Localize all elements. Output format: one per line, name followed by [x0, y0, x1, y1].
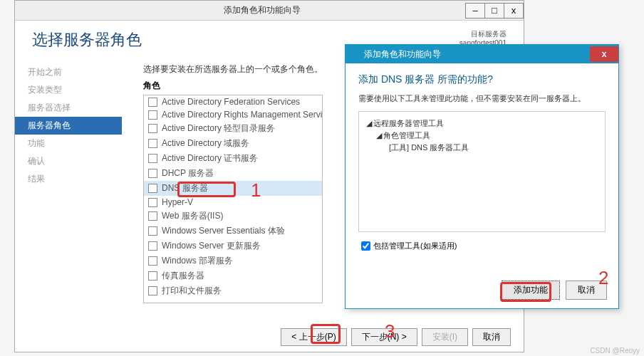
- install-button[interactable]: 安装(I): [422, 328, 468, 346]
- checkbox-icon[interactable]: [148, 241, 157, 251]
- nav-item[interactable]: 功能: [15, 135, 122, 152]
- watermark: CSDN @Reoyy: [590, 347, 640, 355]
- wizard-footer: < 上一步(P) 下一步(N) > 安装(I) 取消: [281, 328, 511, 346]
- dialog-question: 添加 DNS 服务器 所需的功能?: [358, 73, 606, 86]
- roles-listbox[interactable]: Active Directory Federation ServicesActi…: [143, 95, 323, 303]
- role-item[interactable]: Active Directory Rights Management Servi…: [144, 108, 322, 121]
- role-item[interactable]: Windows 部署服务: [144, 253, 322, 268]
- cancel-button[interactable]: 取消: [472, 328, 511, 346]
- nav-item[interactable]: 开始之前: [15, 63, 122, 81]
- next-button[interactable]: 下一步(N) >: [351, 328, 417, 346]
- checkbox-icon[interactable]: [148, 256, 157, 266]
- dialog-cancel-button[interactable]: 取消: [566, 281, 607, 300]
- role-item[interactable]: Active Directory Federation Services: [144, 95, 322, 108]
- checkbox-icon[interactable]: [148, 198, 157, 207]
- features-tree[interactable]: ◢远程服务器管理工具 ◢角色管理工具 [工具] DNS 服务器工具: [358, 111, 606, 232]
- checkbox-icon[interactable]: [148, 286, 157, 295]
- maximize-button[interactable]: □: [484, 3, 504, 19]
- wizard-nav: 开始之前安装类型服务器选择服务器角色功能确认结果: [15, 56, 122, 327]
- checkbox-icon[interactable]: [148, 98, 157, 107]
- minimize-button[interactable]: –: [465, 3, 485, 19]
- tree-item: ◢角色管理工具: [366, 130, 598, 142]
- tree-item: [工具] DNS 服务器工具: [366, 142, 598, 154]
- role-item[interactable]: Active Directory 轻型目录服务: [144, 121, 322, 136]
- nav-item[interactable]: 结果: [15, 170, 122, 188]
- nav-item[interactable]: 服务器角色: [15, 117, 122, 135]
- prev-button[interactable]: < 上一步(P): [281, 328, 346, 346]
- role-item[interactable]: Hyper-V: [144, 196, 322, 209]
- checkbox-icon[interactable]: [148, 184, 157, 193]
- nav-item[interactable]: 确认: [15, 152, 122, 170]
- tree-item: ◢远程服务器管理工具: [366, 117, 598, 130]
- dialog-icon: [350, 49, 360, 59]
- checkbox-icon[interactable]: [148, 211, 157, 221]
- close-button[interactable]: x: [504, 3, 524, 19]
- add-features-dialog: 添加角色和功能向导 x 添加 DNS 服务器 所需的功能? 需要使用以下工具来管…: [345, 44, 619, 309]
- role-item[interactable]: Active Directory 证书服务: [144, 151, 322, 166]
- role-item[interactable]: 传真服务器: [144, 268, 322, 283]
- nav-item[interactable]: 服务器选择: [15, 99, 122, 117]
- checkbox-icon[interactable]: [148, 226, 157, 236]
- role-item[interactable]: DHCP 服务器: [144, 166, 322, 181]
- dialog-titlebar: 添加角色和功能向导 x: [346, 45, 618, 63]
- checkbox-icon[interactable]: [148, 169, 157, 178]
- checkbox-icon[interactable]: [148, 110, 157, 120]
- dialog-description: 需要使用以下工具来管理此功能，但不需要安装在同一服务器上。: [358, 93, 606, 104]
- dialog-title: 添加角色和功能向导: [364, 48, 441, 61]
- nav-item[interactable]: 安装类型: [15, 81, 122, 99]
- dialog-close-button[interactable]: x: [590, 46, 618, 62]
- page-heading: 选择服务器角色: [32, 29, 142, 51]
- role-item[interactable]: Active Directory 域服务: [144, 136, 322, 151]
- checkbox-icon[interactable]: [148, 271, 157, 281]
- role-item[interactable]: Windows Server Essentials 体验: [144, 224, 322, 239]
- role-item[interactable]: 打印和文件服务: [144, 283, 322, 298]
- checkbox-icon[interactable]: [148, 154, 157, 163]
- include-tools-checkbox[interactable]: 包括管理工具(如果适用): [358, 239, 606, 253]
- checkbox-icon[interactable]: [148, 124, 157, 133]
- window-title: 添加角色和功能向导: [58, 4, 466, 16]
- titlebar: 添加角色和功能向导 – □ x: [15, 1, 524, 21]
- include-tools-input[interactable]: [361, 241, 370, 251]
- role-item[interactable]: Web 服务器(IIS): [144, 209, 322, 224]
- role-item[interactable]: DNS 服务器: [144, 181, 322, 196]
- add-features-button[interactable]: 添加功能: [502, 281, 560, 300]
- checkbox-icon[interactable]: [148, 139, 157, 148]
- role-item[interactable]: Windows Server 更新服务: [144, 239, 322, 253]
